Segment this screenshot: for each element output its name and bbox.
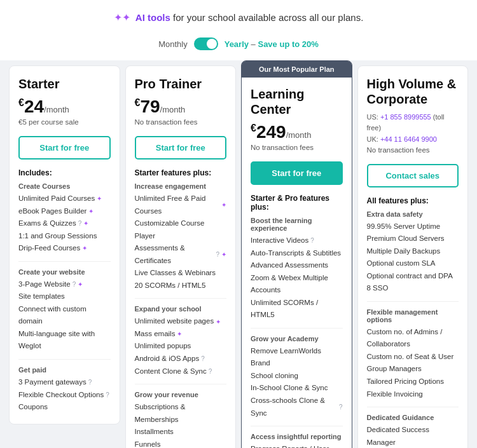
spark-icon: ✦ — [221, 249, 226, 260]
feature-text: 3-Page Website — [18, 278, 71, 291]
plan-name: Starter — [18, 76, 111, 92]
feature-text: Optional contract and DPA — [367, 270, 453, 283]
question-icon[interactable]: ? — [73, 279, 76, 290]
feature-item: Drip-Feed Courses ✦ — [18, 242, 111, 255]
feature-item: Site templates — [18, 290, 111, 303]
plan-starter: Starter €24/month €5 per course saleStar… — [9, 65, 120, 424]
feature-item: 3 Payment gateways ? — [18, 376, 111, 389]
section-label: Boost the learning experience — [251, 217, 343, 232]
feature-text: Installments — [135, 426, 174, 438]
feature-text: Unlimited SCORMs / HTML5 — [251, 297, 343, 322]
question-icon[interactable]: ? — [310, 235, 314, 246]
feature-item: School cloning — [251, 370, 343, 383]
feature-text: Unlimited Free & Paid Courses — [135, 193, 220, 217]
section-label: Create your website — [18, 268, 111, 276]
section-label: Grow your Academy — [251, 335, 343, 343]
feature-item: eBook Pages Builder ✦ — [18, 205, 111, 218]
feature-item: Exams & Quizzes ? ✦ — [18, 217, 111, 230]
feature-text: Advanced Assessments — [251, 259, 328, 272]
spark-icon: ✦ — [88, 206, 93, 217]
feature-text: Zoom & Webex Multiple Accounts — [251, 272, 343, 297]
feature-item: Dedicated Success Manager — [367, 424, 459, 448]
feature-text: Tailored Pricing Options — [367, 376, 444, 388]
plan-subtitle: €5 per course sale — [18, 118, 111, 128]
popular-badge: Our Most Popular Plan — [242, 61, 352, 78]
plan-no-tx: No transaction fees — [367, 146, 459, 156]
cta-button[interactable]: Contact sales — [367, 164, 459, 187]
feature-text: Multi-language site with Weglot — [18, 328, 111, 353]
feature-text: Remove LearnWorlds Brand — [251, 345, 343, 370]
feature-item: Custom no. of Admins / Collaborators — [367, 326, 459, 351]
feature-item: Unlimited Paid Courses ✦ — [18, 193, 111, 205]
plan-high-volume: High Volume & CorporateUS: +1 855 899955… — [357, 65, 469, 448]
section-label: Flexible management options — [367, 308, 459, 323]
section-label: Expand your school — [135, 305, 227, 313]
feature-text: Live Classes & Webinars — [135, 267, 216, 280]
feature-text: 1:1 and Group Sessions — [18, 230, 97, 243]
question-icon[interactable]: ? — [201, 353, 205, 364]
question-icon[interactable]: ? — [216, 249, 219, 260]
question-icon[interactable]: ? — [209, 366, 212, 377]
plans-container: Starter €24/month €5 per course saleStar… — [0, 60, 477, 448]
feature-item: Unlimited popups — [135, 340, 227, 353]
spark-icon: ✦ — [82, 243, 87, 254]
feature-item: Multiple Daily Backups — [367, 245, 459, 258]
feature-item: 3-Page Website ? ✦ — [18, 278, 111, 291]
feature-item: Mass emails ✦ — [135, 328, 227, 341]
feature-text: School cloning — [251, 370, 298, 383]
cta-button[interactable]: Start for free — [18, 136, 111, 160]
feature-text: eBook Pages Builder — [18, 205, 86, 218]
billing-toggle[interactable] — [194, 37, 218, 50]
feature-item: Installments — [135, 426, 227, 438]
section-label: Increase engagement — [135, 182, 227, 190]
feature-item: Customizable Course Player — [135, 217, 227, 242]
spark-icon: ✦ — [221, 200, 226, 210]
feature-text: Unlimited Paid Courses — [18, 193, 95, 205]
feature-text: Drip-Feed Courses — [18, 242, 80, 255]
question-icon[interactable]: ? — [78, 218, 82, 229]
feature-item: Live Classes & Webinars — [135, 267, 227, 280]
feature-text: Unlimited website pages — [135, 315, 214, 328]
section-label: Grow your revenue — [135, 391, 227, 398]
ai-bold-text: AI tools — [135, 12, 170, 23]
yearly-label: Yearly – Save up to 20% — [225, 39, 319, 49]
includes-label: Starter features plus: — [135, 168, 227, 177]
includes-label: Starter & Pro features plus: — [251, 194, 343, 212]
section-label: Get paid — [18, 366, 111, 374]
feature-text: Content Clone & Sync — [135, 365, 207, 378]
plan-name: High Volume & Corporate — [367, 76, 459, 107]
feature-item: In-School Clone & Sync — [251, 382, 343, 395]
question-icon[interactable]: ? — [339, 402, 343, 412]
feature-text: 3 Payment gateways — [18, 376, 86, 389]
feature-item: 20 SCORMs / HTML5 — [135, 280, 227, 292]
feature-item: Custom no. of Seat & User Group Managers — [367, 351, 459, 376]
feature-item: Optional contract and DPA — [367, 270, 459, 283]
feature-text: Flexible Checkout Options — [18, 389, 104, 402]
feature-item: Android & iOS Apps ? — [135, 353, 227, 365]
plan-pro-trainer: Pro Trainer €79/month No transaction fee… — [125, 65, 237, 448]
feature-text: Site templates — [18, 290, 65, 303]
feature-item: Funnels — [135, 438, 227, 448]
plan-price: €24/month — [18, 97, 111, 117]
feature-text: Exams & Quizzes — [18, 217, 76, 230]
feature-item: Multi-language site with Weglot — [18, 328, 111, 353]
plan-phone-uk: UK: +44 11 6464 9900 — [367, 134, 459, 145]
cta-button[interactable]: Start for free — [251, 161, 343, 185]
includes-label: All features plus: — [367, 196, 459, 205]
top-banner: ✦✦ AI tools for your school available ac… — [0, 0, 477, 60]
feature-text: Multiple Daily Backups — [367, 245, 441, 258]
feature-item: Assessments & Certificates ? ✦ — [135, 242, 227, 267]
section-label: Extra data safety — [367, 210, 459, 218]
feature-item: Connect with custom domain — [18, 303, 111, 328]
feature-text: Dedicated Success Manager — [367, 424, 459, 448]
plan-learning-center: Our Most Popular PlanLearning Center €24… — [241, 60, 352, 448]
feature-text: 20 SCORMs / HTML5 — [135, 280, 206, 292]
plan-name: Learning Center — [251, 86, 343, 117]
question-icon[interactable]: ? — [88, 377, 92, 388]
feature-text: Auto-Transcripts & Subtitles — [251, 247, 341, 260]
feature-item: Content Clone & Sync ? — [135, 365, 227, 378]
spark-icon: ✦ — [78, 279, 83, 290]
cta-button[interactable]: Start for free — [135, 136, 227, 160]
feature-text: 8 SSO — [367, 282, 389, 295]
question-icon[interactable]: ? — [106, 390, 109, 400]
